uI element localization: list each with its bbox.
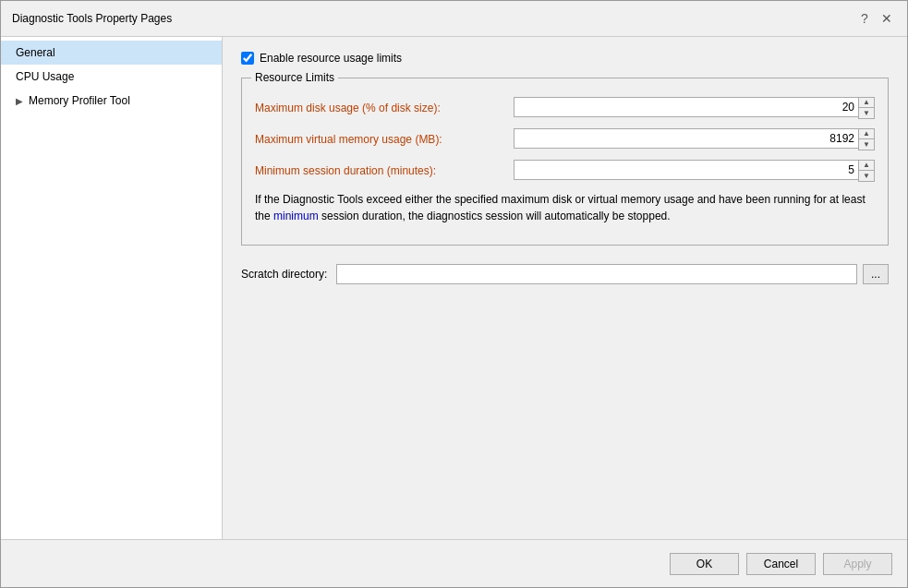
max-disk-up-btn[interactable]: ▲ [859,98,874,108]
info-text: If the Diagnostic Tools exceed either th… [255,191,875,224]
max-vmem-label: Maximum virtual memory usage (MB): [255,133,514,146]
max-vmem-down-btn[interactable]: ▼ [859,139,874,150]
sidebar-item-label: CPU Usage [16,70,74,83]
sidebar-item-general[interactable]: General [1,41,222,65]
max-vmem-spinner-buttons: ▲ ▼ [858,128,875,150]
dialog-footer: OK Cancel Apply [1,539,907,587]
close-button[interactable]: ✕ [878,9,896,28]
sidebar-item-label: General [16,46,55,59]
max-disk-field-row: Maximum disk usage (% of disk size): ▲ ▼ [255,97,875,119]
max-disk-input[interactable] [514,97,858,117]
scratch-directory-row: Scratch directory: ... [241,264,889,284]
sidebar: General CPU Usage ▶ Memory Profiler Tool [1,37,223,539]
min-session-label: Minimum session duration (minutes): [255,164,514,177]
min-session-down-btn[interactable]: ▼ [859,171,874,181]
sidebar-item-label: Memory Profiler Tool [29,94,130,107]
scratch-label: Scratch directory: [241,268,327,281]
title-bar: Diagnostic Tools Property Pages ? ✕ [1,1,907,37]
max-disk-spinner-buttons: ▲ ▼ [858,97,875,119]
min-session-spinner-buttons: ▲ ▼ [858,160,875,182]
browse-button[interactable]: ... [863,264,889,284]
expand-icon: ▶ [16,96,23,106]
min-session-spinner: ▲ ▼ [514,160,875,182]
min-session-up-btn[interactable]: ▲ [859,161,874,171]
enable-checkbox-label[interactable]: Enable resource usage limits [260,52,402,65]
cancel-button[interactable]: Cancel [746,553,816,575]
scratch-input[interactable] [336,264,857,284]
min-session-field-row: Minimum session duration (minutes): ▲ ▼ [255,160,875,182]
dialog-title: Diagnostic Tools Property Pages [12,12,172,25]
max-vmem-input[interactable] [514,128,858,149]
info-text-after: session duration, the diagnostics sessio… [319,210,671,222]
sidebar-item-cpu-usage[interactable]: CPU Usage [1,65,222,89]
resource-limits-group: Resource Limits Maximum disk usage (% of… [241,78,889,246]
help-button[interactable]: ? [855,9,874,28]
group-box-title: Resource Limits [251,71,338,84]
enable-checkbox-row: Enable resource usage limits [241,52,889,65]
max-disk-label: Maximum disk usage (% of disk size): [255,102,514,114]
max-vmem-spinner: ▲ ▼ [514,128,875,150]
info-text-highlight: minimum [273,210,319,222]
sidebar-item-memory-profiler[interactable]: ▶ Memory Profiler Tool [1,89,222,113]
max-disk-down-btn[interactable]: ▼ [859,108,874,118]
content-area: Enable resource usage limits Resource Li… [223,37,907,539]
max-vmem-up-btn[interactable]: ▲ [859,129,874,139]
max-vmem-field-row: Maximum virtual memory usage (MB): ▲ ▼ [255,128,875,150]
max-disk-spinner: ▲ ▼ [514,97,875,119]
enable-checkbox[interactable] [241,52,254,65]
title-buttons: ? ✕ [855,9,896,28]
dialog-window: Diagnostic Tools Property Pages ? ✕ Gene… [0,0,908,588]
dialog-body: General CPU Usage ▶ Memory Profiler Tool… [1,37,907,539]
min-session-input[interactable] [514,160,858,180]
apply-button[interactable]: Apply [823,553,892,575]
ok-button[interactable]: OK [670,553,739,575]
